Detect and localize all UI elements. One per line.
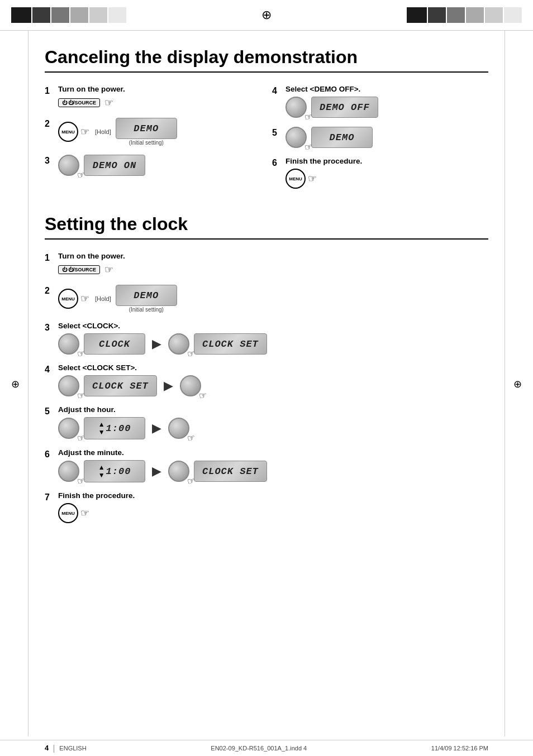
color-block-r6	[504, 7, 522, 23]
cursor-hand-1: ☞	[104, 97, 113, 109]
demo-step5-num: 5	[272, 127, 282, 138]
clock-screen-3a: CLOCK	[84, 333, 145, 355]
clock-step3-inner: ☞ CLOCK ▶ ☞ CLOCK SET	[58, 333, 488, 355]
clock-step4-inner: ☞ CLOCK SET ▶ ☞	[58, 375, 488, 396]
clock-step4-num: 4	[45, 363, 55, 375]
knob-c3[interactable]: ☞	[58, 333, 79, 355]
demo-step1-inner: ⏻ ⏻/SOURCE ☞	[58, 97, 261, 109]
demo-step2-num: 2	[45, 118, 55, 129]
demo-screen3-text: DEMO ON	[93, 160, 136, 171]
page-divider	[54, 745, 54, 753]
clock-step-3: 3 Select <CLOCK>. ☞ CLOCK ▶ ☞	[45, 322, 488, 355]
knob-c5b[interactable]: ☞	[168, 418, 189, 439]
hand-cursor-4: ☞	[303, 111, 313, 123]
clock-screen-3b: CLOCK SET	[194, 333, 267, 355]
knob-c6[interactable]: ☞	[58, 461, 79, 482]
hand-cursor-c4b: ☞	[198, 390, 207, 401]
time-screen5-text: 1:00	[106, 423, 131, 434]
demo-screen5-text: DEMO	[330, 132, 355, 143]
section2-divider	[45, 238, 488, 240]
clock-step6-inner: ☞ ▲ ▼ 1:00 ▶ ☞	[58, 460, 488, 482]
clock-step1-num: 1	[45, 252, 55, 263]
color-block-6	[108, 7, 126, 23]
demo-step2-content: MENU ☞ [Hold] DEMO (Initial setting)	[58, 118, 261, 146]
menu-label-c7: MENU	[61, 511, 75, 516]
clock-step3-content: Select <CLOCK>. ☞ CLOCK ▶ ☞ CL	[58, 322, 488, 355]
clock-step6-num: 6	[45, 448, 55, 460]
knob-c5[interactable]: ☞	[58, 418, 79, 439]
time-arrows-5: ▲ ▼	[98, 421, 105, 436]
knob-c4[interactable]: ☞	[58, 375, 79, 396]
hand-cursor-c3: ☞	[76, 348, 85, 360]
clock-step5-content: Adjust the hour. ☞ ▲ ▼ 1:00 ▶	[58, 405, 488, 439]
arrow-c6: ▶	[152, 464, 161, 479]
demo-step6-inner: MENU ☞	[285, 169, 488, 189]
demo-step1-num: 1	[45, 85, 55, 96]
time-screen-6: ▲ ▼ 1:00	[84, 460, 145, 482]
demo-step1-label: Turn on the power.	[58, 85, 261, 93]
page-filename: EN02-09_KD-R516_001A_1.indd 4	[211, 745, 307, 752]
clock-step5-num: 5	[45, 405, 55, 417]
color-blocks-left	[11, 7, 126, 23]
source-button-c1[interactable]: ⏻ ⏻/SOURCE	[58, 265, 100, 274]
knob-c6b[interactable]: ☞	[168, 461, 189, 482]
clock-screen-2: DEMO	[116, 285, 177, 306]
hand-cursor-c6b: ☞	[186, 475, 196, 487]
clock-step7-content: Finish the procedure. MENU ☞	[58, 491, 488, 523]
page-timestamp: 11/4/09 12:52:16 PM	[431, 745, 488, 752]
source-label-c1: ⏻/SOURCE	[68, 267, 96, 272]
clock-step5-label: Adjust the hour.	[58, 405, 488, 414]
menu-label-6: MENU	[289, 176, 302, 181]
menu-button-c7[interactable]: MENU	[58, 503, 78, 523]
clock-step7-num: 7	[45, 491, 55, 503]
section1-steps: 1 Turn on the power. ⏻ ⏻/SOURCE ☞	[45, 85, 488, 198]
color-block-r4	[466, 7, 484, 23]
clock-screen-4: CLOCK SET	[84, 375, 157, 396]
demo-step-5: 5 ☞ DEMO	[272, 127, 488, 148]
knob-3[interactable]: ☞	[58, 155, 79, 176]
hand-cursor-5: ☞	[303, 141, 313, 153]
page-number: 4	[45, 744, 49, 752]
page-bottom-bar: 4 ENGLISH EN02-09_KD-R516_001A_1.indd 4 …	[0, 740, 533, 756]
page-number-area: 4 ENGLISH	[45, 744, 87, 753]
color-blocks-right	[407, 7, 522, 23]
clock-screen-6b: CLOCK SET	[194, 461, 267, 482]
knob-c3b[interactable]: ☞	[168, 333, 189, 355]
clock-step1-content: Turn on the power. ⏻ ⏻/SOURCE ☞	[58, 252, 488, 276]
hand-cursor-c3b: ☞	[186, 348, 196, 360]
knob-4[interactable]: ☞	[285, 97, 307, 118]
color-block-3	[51, 7, 69, 23]
clock-display-2: DEMO (Initial setting)	[116, 285, 177, 313]
demo-step6-label: Finish the procedure.	[285, 157, 488, 165]
knob-5[interactable]: ☞	[285, 127, 307, 148]
demo-screen4-text: DEMO OFF	[320, 102, 370, 113]
time-arrows-6: ▲ ▼	[98, 464, 105, 479]
time-screen6-text: 1:00	[106, 466, 131, 477]
clock-screen6b-text: CLOCK SET	[202, 466, 259, 477]
knob-c4b[interactable]: ☞	[180, 375, 201, 396]
clock-step-7: 7 Finish the procedure. MENU ☞	[45, 491, 488, 523]
clock-screen3a-text: CLOCK	[99, 339, 130, 350]
clock-step6-label: Adjust the minute.	[58, 448, 488, 457]
menu-button-2[interactable]: MENU	[58, 122, 78, 142]
demo-step4-inner: ☞ DEMO OFF	[285, 97, 488, 118]
cursor-hand-c7: ☞	[80, 507, 89, 519]
clock-step2-content: MENU ☞ [Hold] DEMO (Initial setting)	[58, 285, 488, 313]
clock-step6-content: Adjust the minute. ☞ ▲ ▼ 1:00 ▶	[58, 448, 488, 482]
clock-step7-label: Finish the procedure.	[58, 491, 488, 500]
cursor-hand-c2: ☞	[80, 293, 89, 305]
clock-screen2-text: DEMO	[134, 290, 159, 301]
menu-button-6[interactable]: MENU	[285, 169, 306, 189]
clock-step-2: 2 MENU ☞ [Hold] DEMO (Initial setting)	[45, 285, 488, 313]
source-button-1[interactable]: ⏻ ⏻/SOURCE	[58, 98, 100, 107]
clock-step7-inner: MENU ☞	[58, 503, 488, 523]
demo-step-2: 2 MENU ☞ [Hold] DEMO	[45, 118, 261, 146]
demo-step4-label: Select <DEMO OFF>.	[285, 85, 488, 93]
clock-step2-inner: MENU ☞ [Hold] DEMO (Initial setting)	[58, 285, 488, 313]
clock-step-1: 1 Turn on the power. ⏻ ⏻/SOURCE ☞	[45, 252, 488, 276]
demo-step3-inner: ☞ DEMO ON	[58, 155, 261, 176]
menu-button-c2[interactable]: MENU	[58, 289, 78, 309]
hold-label-c2: [Hold]	[95, 295, 111, 302]
hold-label-2: [Hold]	[95, 128, 111, 135]
clock-step5-inner: ☞ ▲ ▼ 1:00 ▶ ☞	[58, 417, 488, 439]
